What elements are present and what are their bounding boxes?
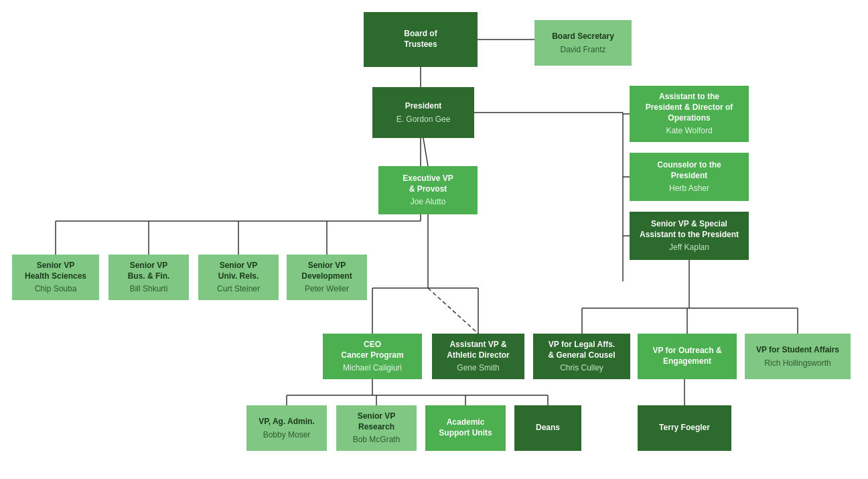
node-president: PresidentE. Gordon Gee <box>372 87 474 138</box>
node-title-deans: Deans <box>536 423 560 433</box>
node-asst_president: Assistant to the President & Director of… <box>630 86 749 142</box>
node-counselor: Counselor to the PresidentHerb Asher <box>630 153 749 201</box>
node-title-academic_support: Academic Support Units <box>439 417 492 438</box>
node-name-vp_student: Rich Hollingsworth <box>764 358 830 368</box>
node-terry: Terry Foegler <box>638 405 731 451</box>
node-svp_health: Senior VP Health SciencesChip Souba <box>12 255 99 300</box>
node-title-exec_vp: Executive VP & Provost <box>403 174 453 194</box>
node-title-terry: Terry Foegler <box>659 423 710 433</box>
node-title-board: Board of Trustees <box>404 29 437 50</box>
node-title-svp_research: Senior VP Research <box>358 411 396 432</box>
node-svp_univ: Senior VP Univ. Rels.Curt Steiner <box>198 255 279 300</box>
node-name-asst_vp_athletic: Gene Smith <box>457 363 499 372</box>
node-senior_vp_special: Senior VP & Special Assistant to the Pre… <box>630 212 749 260</box>
node-title-vp_student: VP for Student Affairs <box>756 345 839 356</box>
node-title-svp_dev: Senior VP Development <box>301 261 352 281</box>
node-title-svp_bus: Senior VP Bus. & Fin. <box>128 261 170 281</box>
node-title-asst_vp_athletic: Assistant VP & Athletic Director <box>447 340 509 360</box>
org-chart: Board of TrusteesBoard SecretaryDavid Fr… <box>0 0 868 479</box>
node-ceo_cancer: CEO Cancer ProgramMichael Caligiuri <box>323 334 422 379</box>
node-svp_bus: Senior VP Bus. & Fin.Bill Shkurti <box>108 255 189 300</box>
node-title-ceo_cancer: CEO Cancer Program <box>341 340 403 360</box>
node-vp_student: VP for Student AffairsRich Hollingsworth <box>745 334 851 379</box>
node-name-ceo_cancer: Michael Caligiuri <box>343 363 402 372</box>
node-title-vp_legal: VP for Legal Affs. & General Cousel <box>548 340 615 360</box>
node-title-svp_health: Senior VP Health Sciences <box>25 261 86 281</box>
node-name-president: E. Gordon Gee <box>396 115 451 124</box>
node-name-senior_vp_special: Jeff Kaplan <box>669 243 709 252</box>
node-name-svp_dev: Peter Weiler <box>305 284 349 293</box>
svg-line-7 <box>423 138 428 166</box>
node-name-vp_ag: Bobby Moser <box>263 430 311 439</box>
node-title-svp_univ: Senior VP Univ. Rels. <box>218 261 259 281</box>
node-name-svp_health: Chip Souba <box>35 284 77 293</box>
node-svp_dev: Senior VP DevelopmentPeter Weiler <box>287 255 367 300</box>
node-title-senior_vp_special: Senior VP & Special Assistant to the Pre… <box>640 219 739 240</box>
node-board_sec: Board SecretaryDavid Frantz <box>534 20 632 66</box>
node-name-exec_vp: Joe Alutto <box>411 197 446 206</box>
node-name-svp_research: Bob McGrath <box>353 435 401 444</box>
node-name-board_sec: David Frantz <box>560 45 605 54</box>
node-deans: Deans <box>514 405 581 451</box>
node-board: Board of Trustees <box>364 12 478 67</box>
node-name-counselor: Herb Asher <box>669 184 709 193</box>
node-name-vp_legal: Chris Culley <box>560 363 603 372</box>
node-asst_vp_athletic: Assistant VP & Athletic DirectorGene Smi… <box>432 334 524 379</box>
node-vp_outreach: VP for Outreach & Engagement <box>638 334 737 379</box>
node-vp_legal: VP for Legal Affs. & General CouselChris… <box>533 334 630 379</box>
node-title-vp_outreach: VP for Outreach & Engagement <box>652 346 721 366</box>
node-name-svp_univ: Curt Steiner <box>217 284 260 293</box>
node-academic_support: Academic Support Units <box>425 405 506 451</box>
node-vp_ag: VP, Ag. Admin.Bobby Moser <box>246 405 327 451</box>
node-name-svp_bus: Bill Shkurti <box>130 284 168 293</box>
node-title-board_sec: Board Secretary <box>552 31 614 42</box>
node-name-asst_president: Kate Wolford <box>666 126 712 135</box>
node-title-asst_president: Assistant to the President & Director of… <box>646 92 733 123</box>
node-exec_vp: Executive VP & ProvostJoe Alutto <box>378 166 478 214</box>
node-title-president: President <box>405 101 442 112</box>
node-svp_research: Senior VP ResearchBob McGrath <box>336 405 417 451</box>
svg-line-18 <box>428 288 478 334</box>
node-title-vp_ag: VP, Ag. Admin. <box>259 417 315 427</box>
node-title-counselor: Counselor to the President <box>657 160 721 181</box>
